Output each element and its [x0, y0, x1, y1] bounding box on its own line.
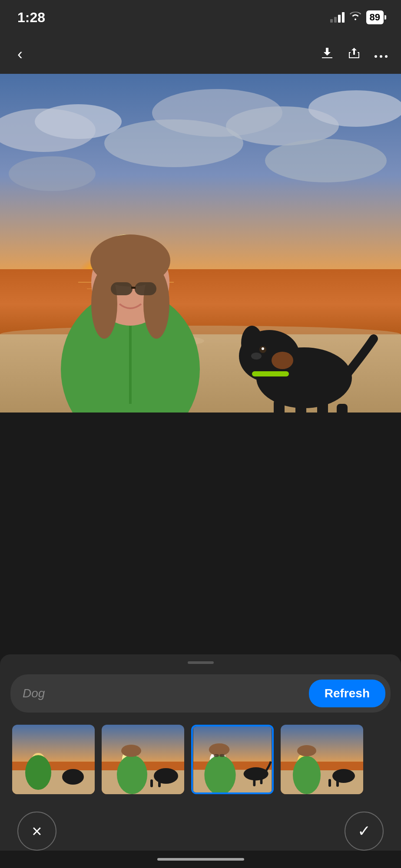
svg-point-44 — [262, 347, 264, 350]
svg-rect-31 — [131, 287, 136, 289]
refresh-button[interactable]: Refresh — [309, 680, 385, 707]
main-photo — [0, 74, 401, 413]
svg-rect-62 — [150, 779, 153, 787]
svg-point-13 — [104, 119, 243, 167]
svg-rect-79 — [281, 762, 363, 770]
svg-rect-34 — [274, 399, 285, 413]
svg-point-12 — [265, 139, 387, 182]
svg-rect-41 — [252, 371, 289, 376]
dark-area — [0, 413, 401, 560]
svg-rect-29 — [111, 282, 133, 295]
battery-icon: 89 — [366, 10, 384, 24]
svg-point-51 — [62, 769, 84, 785]
cancel-button[interactable]: × — [17, 812, 56, 851]
thumbnail-3[interactable] — [191, 725, 274, 794]
svg-point-60 — [154, 768, 178, 784]
svg-rect-87 — [336, 780, 339, 787]
svg-point-40 — [272, 352, 293, 369]
svg-point-81 — [293, 756, 321, 794]
svg-rect-76 — [260, 777, 263, 784]
home-indicator — [0, 851, 401, 868]
thumbnail-2[interactable] — [102, 725, 184, 794]
svg-rect-46 — [12, 768, 95, 794]
status-bar: 1:28 89 — [0, 0, 401, 35]
panel-handle — [188, 661, 214, 664]
svg-rect-30 — [135, 282, 156, 295]
bottom-actions: × ✓ — [10, 812, 391, 855]
svg-point-28 — [143, 269, 169, 339]
back-button[interactable]: ‹ — [13, 41, 27, 68]
svg-rect-35 — [295, 404, 306, 413]
nav-actions — [320, 46, 388, 63]
thumbnail-4[interactable] — [281, 725, 363, 794]
svg-point-73 — [244, 767, 268, 780]
share-icon[interactable] — [347, 46, 361, 63]
svg-point-0 — [374, 55, 377, 58]
svg-rect-37 — [337, 404, 348, 413]
wifi-icon — [350, 12, 361, 23]
svg-rect-75 — [253, 778, 256, 786]
svg-rect-71 — [214, 754, 219, 757]
battery-level: 89 — [370, 12, 380, 23]
svg-point-57 — [117, 755, 147, 794]
home-bar — [157, 858, 244, 861]
status-icons: 89 — [330, 10, 384, 24]
bottom-panel: Dog Refresh — [0, 654, 401, 868]
svg-point-1 — [380, 55, 382, 58]
confirm-icon: ✓ — [358, 822, 371, 840]
svg-point-2 — [385, 55, 388, 58]
svg-point-49 — [25, 755, 51, 790]
svg-point-59 — [121, 745, 141, 757]
svg-rect-63 — [158, 780, 161, 787]
svg-point-70 — [209, 743, 229, 756]
search-bar: Dog Refresh — [10, 674, 391, 713]
svg-point-27 — [91, 269, 117, 339]
svg-point-8 — [35, 104, 122, 139]
confirm-button[interactable]: ✓ — [345, 812, 384, 851]
cancel-icon: × — [32, 822, 42, 841]
svg-rect-47 — [12, 762, 95, 770]
thumbnail-1[interactable] — [12, 725, 95, 794]
svg-rect-86 — [328, 779, 331, 787]
svg-point-83 — [297, 745, 316, 756]
svg-point-14 — [9, 156, 96, 191]
thumbnails-strip — [10, 725, 391, 794]
nav-bar: ‹ — [0, 35, 401, 74]
svg-rect-36 — [317, 399, 328, 413]
svg-point-84 — [332, 769, 355, 783]
svg-rect-72 — [220, 754, 225, 757]
svg-point-11 — [308, 90, 401, 127]
download-icon[interactable] — [320, 46, 334, 63]
signal-bars-icon — [330, 12, 345, 23]
more-icon[interactable] — [374, 47, 388, 61]
svg-point-42 — [251, 353, 262, 360]
status-time: 1:28 — [17, 10, 45, 26]
search-label: Dog — [23, 686, 45, 700]
